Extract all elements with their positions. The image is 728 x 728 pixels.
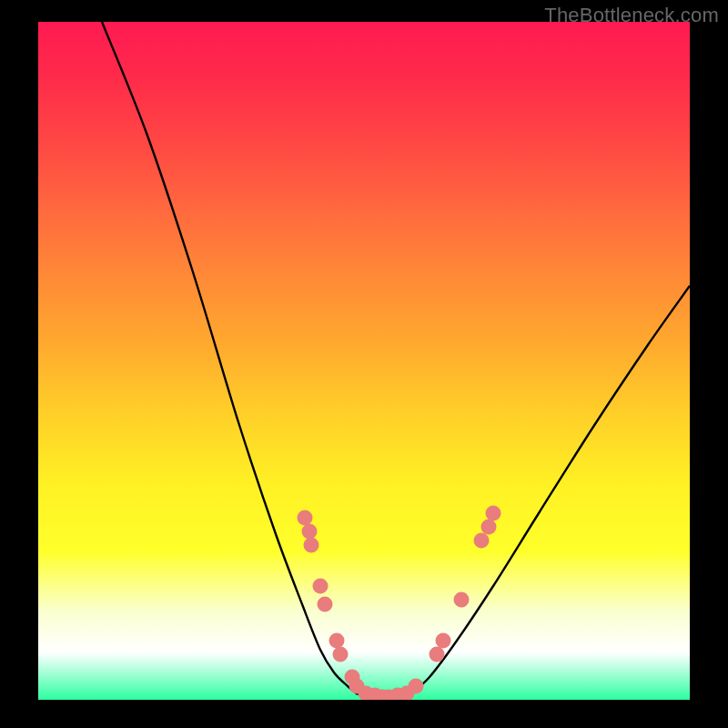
data-point: [318, 597, 333, 612]
data-points: [298, 506, 501, 701]
data-point: [313, 579, 329, 594]
data-point: [481, 520, 497, 535]
plot-area: [38, 22, 690, 700]
data-point: [298, 511, 313, 526]
data-point: [333, 647, 349, 662]
data-point: [302, 524, 318, 540]
chart-stage: TheBottleneck.com: [0, 0, 728, 728]
data-point: [430, 647, 445, 662]
data-point: [474, 533, 490, 549]
bottleneck-curve: [102, 22, 690, 698]
data-point: [304, 538, 319, 553]
curve-svg: [38, 22, 690, 700]
data-point: [436, 633, 451, 649]
data-point: [409, 679, 424, 694]
data-point: [454, 592, 470, 608]
data-point: [329, 633, 345, 649]
data-point: [486, 506, 501, 521]
